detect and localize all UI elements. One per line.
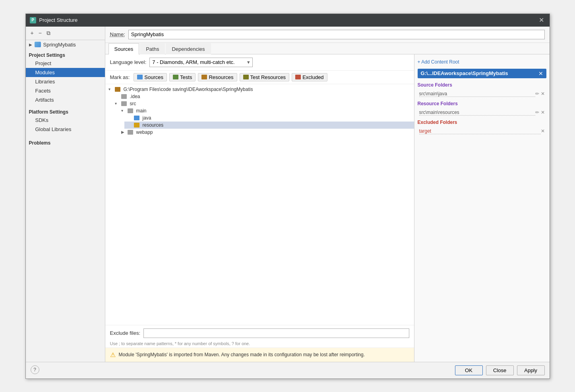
webapp-folder-icon <box>128 130 133 135</box>
copy-module-button[interactable]: ⧉ <box>45 29 52 37</box>
file-tree[interactable]: ▾ G:\Program Files\code saving\IDEAworks… <box>105 84 414 325</box>
language-level-select[interactable]: 7 - Diamonds, ARM, multi-catch etc. ▾ <box>149 58 253 67</box>
dialog-content: + − ⧉ ▶ SpringMybatis Project Settings P… <box>26 27 550 362</box>
content-root-path: G:\...IDEAworkspace\SpringMybatis <box>421 70 508 76</box>
tab-dependencies[interactable]: Dependencies <box>166 43 211 54</box>
sidebar-item-problems[interactable]: Problems <box>26 137 105 147</box>
content-root-header: G:\...IDEAworkspace\SpringMybatis ✕ <box>418 69 546 78</box>
bottom-buttons: ? OK Close Apply <box>26 362 550 378</box>
resource-folders-header: Resource Folders <box>418 99 546 107</box>
source-folders-header: Source Folders <box>418 81 546 89</box>
source-folder-remove-button[interactable]: ✕ <box>541 91 545 97</box>
resource-folder-remove-button[interactable]: ✕ <box>541 110 545 115</box>
mark-test-resources-button[interactable]: Test Resources <box>240 73 290 81</box>
sidebar-item-modules[interactable]: Modules <box>26 68 105 77</box>
module-name-input[interactable] <box>128 30 545 39</box>
webapp-label: webapp <box>136 129 153 135</box>
source-folder-path: src\main\java <box>419 91 535 97</box>
remove-module-button[interactable]: − <box>37 29 43 37</box>
excluded-folder-actions: ✕ <box>541 128 545 134</box>
sources-area: Language level: 7 - Diamonds, ARM, multi… <box>105 54 550 362</box>
root-path-label: G:\Program Files\code saving\IDEAworkspa… <box>124 87 253 92</box>
content-root-close-button[interactable]: ✕ <box>538 70 543 77</box>
language-level-row: Language level: 7 - Diamonds, ARM, multi… <box>105 54 414 71</box>
tree-item-idea[interactable]: .idea <box>112 93 414 100</box>
idea-folder-icon <box>121 94 127 99</box>
tree-item-resources[interactable]: resources <box>124 122 414 129</box>
source-folder-actions: ✏ ✕ <box>535 91 545 97</box>
close-button[interactable]: Close <box>486 365 514 375</box>
tree-item-main[interactable]: ▾ main <box>118 107 414 114</box>
main-chevron-icon: ▾ <box>121 108 126 113</box>
module-folder-icon <box>35 42 41 47</box>
sidebar-item-libraries[interactable]: Libraries <box>26 77 105 86</box>
left-panel: Language level: 7 - Diamonds, ARM, multi… <box>105 54 414 362</box>
src-folder-icon <box>121 101 127 106</box>
sidebar-item-project[interactable]: Project <box>26 59 105 68</box>
src-chevron-icon: ▾ <box>115 101 120 106</box>
excluded-folder-icon <box>295 75 301 79</box>
exclude-hint: Use ; to separate name patterns, * for a… <box>105 341 414 348</box>
apply-button[interactable]: Apply <box>517 365 545 375</box>
java-label: java <box>143 115 151 121</box>
tree-item-src[interactable]: ▾ src <box>112 100 414 107</box>
sidebar-item-facets[interactable]: Facets <box>26 86 105 95</box>
mark-as-row: Mark as: Sources Tests Resources <box>105 71 414 84</box>
sidebar-item-artifacts[interactable]: Artifacts <box>26 95 105 104</box>
resources-folder-icon <box>201 75 207 79</box>
root-folder-icon <box>115 87 120 92</box>
excluded-folder-path-row: target ✕ <box>418 127 546 135</box>
excluded-folders-header: Excluded Folders <box>418 118 546 126</box>
mark-resources-button[interactable]: Resources <box>198 73 237 81</box>
resource-folder-path: src\main\resources <box>419 110 535 116</box>
tree-item-java[interactable]: java <box>124 114 414 122</box>
title-bar-left: P Project Structure <box>30 17 78 23</box>
tab-sources[interactable]: Sources <box>108 43 139 54</box>
module-name-label: SpringMybatis <box>43 42 76 48</box>
exclude-files-label: Exclude files: <box>110 330 141 336</box>
mark-sources-button[interactable]: Sources <box>134 73 167 81</box>
tree-root[interactable]: ▾ G:\Program Files\code saving\IDEAworks… <box>105 86 414 93</box>
java-folder-icon <box>134 116 139 120</box>
tree-item-webapp[interactable]: ▶ webapp <box>118 129 414 136</box>
close-window-button[interactable]: ✕ <box>537 16 546 24</box>
tab-paths[interactable]: Paths <box>140 43 165 54</box>
sidebar-item-global-libraries[interactable]: Global Libraries <box>26 125 105 134</box>
resources-folder-icon-tree <box>134 123 139 127</box>
resource-folder-path-row: src\main\resources ✏ ✕ <box>418 109 546 116</box>
app-icon: P <box>30 17 36 23</box>
mark-excluded-button[interactable]: Excluded <box>292 73 327 81</box>
title-bar: P Project Structure ✕ <box>26 14 550 27</box>
sidebar-item-sdks[interactable]: SDKs <box>26 116 105 125</box>
mark-tests-button[interactable]: Tests <box>169 73 196 81</box>
dialog-title: Project Structure <box>39 17 78 23</box>
sources-folder-icon <box>137 75 143 79</box>
idea-label: .idea <box>130 94 140 99</box>
module-item-springmybatis[interactable]: ▶ SpringMybatis <box>26 40 105 49</box>
exclude-files-row: Exclude files: <box>105 325 414 341</box>
warning-icon: ⚠ <box>110 351 116 359</box>
name-label: Name: <box>110 31 125 37</box>
main-folder-icon <box>128 108 133 113</box>
src-label: src <box>130 101 136 106</box>
ok-button[interactable]: OK <box>455 365 483 375</box>
excluded-folder-path: target <box>419 128 541 134</box>
add-content-root-button[interactable]: + Add Content Root <box>418 58 546 66</box>
resource-folder-actions: ✏ ✕ <box>535 110 545 115</box>
module-chevron-icon: ▶ <box>29 42 32 47</box>
name-row: Name: <box>105 27 550 43</box>
source-folder-edit-button[interactable]: ✏ <box>535 91 539 97</box>
webapp-chevron-icon: ▶ <box>121 130 126 134</box>
warning-row: ⚠ Module 'SpringMybatis' is imported fro… <box>105 348 414 362</box>
main-panel: Name: Sources Paths Dependencies <box>105 27 550 362</box>
add-module-button[interactable]: + <box>29 29 35 37</box>
right-panel: + Add Content Root G:\...IDEAworkspace\S… <box>414 54 550 362</box>
sidebar: + − ⧉ ▶ SpringMybatis Project Settings P… <box>26 27 105 362</box>
chevron-down-icon: ▾ <box>247 59 250 65</box>
exclude-files-input[interactable] <box>143 328 409 338</box>
resource-folder-edit-button[interactable]: ✏ <box>535 110 539 115</box>
excluded-folder-remove-button[interactable]: ✕ <box>541 128 545 134</box>
main-label: main <box>136 108 147 114</box>
help-button[interactable]: ? <box>31 365 39 374</box>
project-structure-dialog: P Project Structure ✕ + − ⧉ ▶ SpringMyba… <box>25 14 550 379</box>
